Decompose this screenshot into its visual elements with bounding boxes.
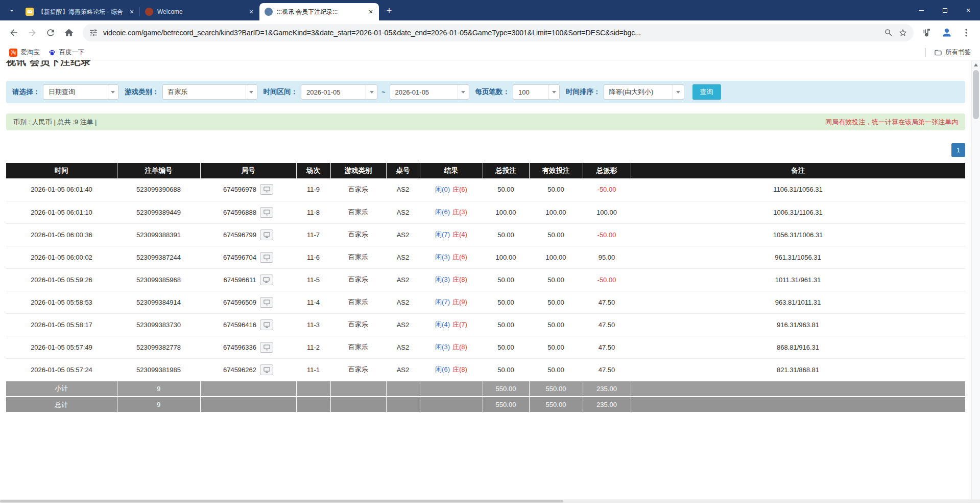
horizontal-scrollbar[interactable] (0, 499, 971, 503)
home-button[interactable] (60, 24, 78, 41)
cell-table-number: AS2 (386, 268, 420, 291)
query-type-value: 日期查询 (43, 87, 107, 97)
media-controls-button[interactable] (919, 24, 936, 41)
cell-time: 2026-01-05 05:59:26 (6, 268, 117, 291)
browser-menu-button[interactable] (958, 24, 975, 41)
total-payout: 235.00 (583, 397, 631, 413)
date-separator: ~ (381, 88, 386, 96)
back-button[interactable] (5, 24, 22, 41)
cell-table-number: AS2 (386, 246, 420, 268)
query-type-select[interactable]: 日期查询 (43, 84, 118, 100)
total-row: 总计 9 550.00 550.00 235.00 (6, 397, 965, 413)
chevron-down-icon (366, 85, 377, 99)
bookmark-taobao[interactable]: 淘 爱淘宝 (5, 47, 44, 58)
cell-session: 11-8 (296, 201, 330, 223)
all-bookmarks-label: 所有书签 (945, 48, 971, 57)
video-replay-button[interactable] (260, 275, 273, 285)
reload-button[interactable] (42, 24, 59, 41)
page-viewport: 视讯 会员下注纪录 请选择： 日期查询 游戏类别： 百家乐 时间区间： 2026… (0, 60, 980, 503)
subtotal-count: 9 (117, 381, 200, 397)
video-replay-button[interactable] (260, 252, 273, 263)
table-row: 2026-01-05 05:57:49 523099382778 6745963… (6, 336, 965, 358)
cell-total-bet[interactable]: 100.00 (483, 246, 529, 268)
cell-total-bet[interactable]: 50.00 (483, 223, 529, 246)
video-replay-button[interactable] (260, 184, 273, 195)
close-button[interactable]: × (957, 0, 980, 20)
per-page-select[interactable]: 100 (513, 84, 560, 100)
date-end-select[interactable]: 2026-01-05 (390, 84, 469, 100)
video-replay-button[interactable] (260, 230, 273, 240)
search-button[interactable]: 查询 (692, 84, 721, 100)
date-range-label: 时间区间： (264, 87, 298, 97)
result-player: 闲(7) (435, 298, 450, 306)
forum-favicon-icon (26, 8, 34, 16)
video-replay-button[interactable] (260, 207, 273, 218)
cell-total-bet[interactable]: 50.00 (483, 336, 529, 358)
chevron-down-icon (548, 85, 559, 99)
cell-game-type: 百家乐 (330, 336, 386, 358)
date-start-select[interactable]: 2026-01-05 (301, 84, 377, 100)
date-start-value: 2026-01-05 (301, 88, 366, 96)
game-type-select[interactable]: 百家乐 (162, 84, 257, 100)
zoom-icon[interactable] (884, 28, 893, 37)
tab-forum[interactable]: 【新提醒】海燕策略论坛 - 综合 × (20, 3, 140, 20)
video-replay-button[interactable] (260, 342, 273, 353)
tab-strip: 【新提醒】海燕策略论坛 - 综合 × Welcome × :::视讯 会员下注纪… (0, 0, 980, 20)
cell-table-number: AS2 (386, 336, 420, 358)
cell-bet-id: 523099382778 (117, 336, 200, 358)
maximize-button[interactable] (933, 0, 957, 20)
subtotal-label: 小计 (6, 381, 117, 397)
horizontal-scrollbar-thumb[interactable] (0, 500, 563, 502)
cell-total-bet[interactable]: 50.00 (483, 358, 529, 381)
profile-avatar-button[interactable] (938, 24, 955, 41)
cell-total-bet[interactable]: 50.00 (483, 178, 529, 201)
new-tab-button[interactable]: + (382, 4, 396, 18)
bookmark-star-icon[interactable] (898, 28, 907, 37)
all-bookmarks-button[interactable]: 所有书签 (930, 47, 975, 58)
reload-icon (45, 28, 56, 38)
table-row: 2026-01-05 05:59:26 523099385968 6745966… (6, 268, 965, 291)
video-site-favicon-icon (265, 8, 273, 16)
sort-select[interactable]: 降幂(由大到小) (604, 84, 684, 100)
video-replay-button[interactable] (260, 364, 273, 375)
cell-total-bet[interactable]: 100.00 (483, 201, 529, 223)
result-banker: 庄(7) (452, 321, 467, 328)
cell-note: 961.31/1056.31 (631, 246, 965, 268)
bookmark-baidu[interactable]: 百度一下 (44, 47, 89, 58)
cell-time: 2026-01-05 06:01:40 (6, 178, 117, 201)
column-header-bet-id: 注单编号 (117, 163, 200, 178)
cell-payout: -50.00 (583, 268, 631, 291)
result-player: 闲(6) (435, 365, 450, 373)
cell-valid-bet: 50.00 (529, 336, 583, 358)
scroll-up-arrow-icon[interactable] (972, 60, 980, 69)
site-settings-icon[interactable] (89, 28, 98, 37)
cell-total-bet[interactable]: 50.00 (483, 291, 529, 313)
url-text[interactable]: videoie.com/game/betrecord_search/kind3?… (103, 29, 879, 37)
result-banker: 庄(6) (452, 186, 467, 193)
vertical-scrollbar[interactable] (971, 60, 980, 499)
cell-round: 674596262 (200, 358, 296, 381)
cell-table-number: AS2 (386, 291, 420, 313)
vertical-scrollbar-thumb[interactable] (973, 70, 979, 119)
cell-total-bet[interactable]: 50.00 (483, 268, 529, 291)
tab-close-icon[interactable]: × (247, 8, 255, 16)
avatar-icon (942, 28, 952, 38)
result-banker: 庄(4) (452, 231, 467, 238)
cell-note: 1011.31/961.31 (631, 268, 965, 291)
tab-welcome[interactable]: Welcome × (140, 3, 259, 20)
page-button-1[interactable]: 1 (951, 143, 965, 157)
cell-round: 674596704 (200, 246, 296, 268)
tab-bet-records[interactable]: :::视讯 会员下注纪录::: × (259, 3, 379, 20)
forward-button[interactable] (23, 24, 41, 41)
address-bar[interactable]: videoie.com/game/betrecord_search/kind3?… (83, 24, 914, 41)
cell-bet-id: 523099381985 (117, 358, 200, 381)
video-replay-button[interactable] (260, 297, 273, 308)
cell-total-bet[interactable]: 50.00 (483, 313, 529, 336)
cell-result: 闲(0)庄(6) (420, 178, 483, 201)
tab-close-icon[interactable]: × (367, 8, 375, 16)
video-replay-button[interactable] (260, 319, 273, 330)
table-row: 2026-01-05 05:57:24 523099381985 6745962… (6, 358, 965, 381)
tab-search-button[interactable] (4, 3, 19, 18)
tab-close-icon[interactable]: × (128, 8, 136, 16)
minimize-button[interactable] (910, 0, 933, 20)
